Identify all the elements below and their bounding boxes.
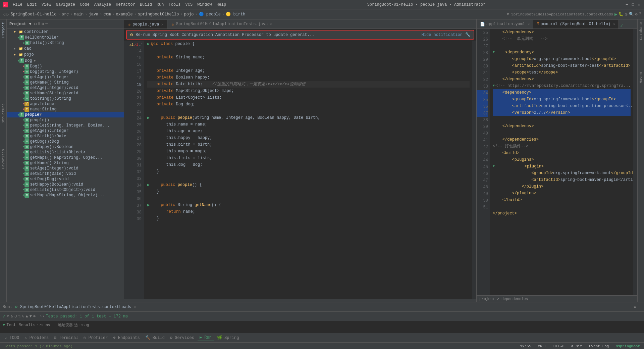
tree-people-getbirth[interactable]: ● m getBirth():Date <box>7 134 124 139</box>
tree-dog-getname[interactable]: ● m getName():String <box>7 80 124 85</box>
tree-people-ctor1[interactable]: ● m people(String, Integer, Boolea... <box>7 123 124 128</box>
horizontal-scrollbar[interactable] <box>124 299 476 302</box>
nav-search-btn[interactable]: 🔍 <box>629 12 634 17</box>
bottom-tab-todo[interactable]: ☑ TODO <box>3 335 21 341</box>
menu-tools[interactable]: Tools <box>167 2 183 8</box>
run-toolbar-down-icon[interactable]: ▼ <box>30 314 32 319</box>
breadcrumb-people[interactable]: 🔵 people <box>199 12 221 17</box>
run-gutter-icon[interactable]: ▶ <box>147 41 150 47</box>
menu-code[interactable]: Code <box>78 2 92 8</box>
tree-controller-folder[interactable]: ▼ 📁 controller <box>7 29 124 35</box>
status-tests-passed[interactable]: Tests passed: 1 (7 minutes ago) <box>3 344 74 348</box>
status-time[interactable]: 19:55 <box>519 344 532 348</box>
nav-settings-btn[interactable]: ⚙ <box>635 12 638 17</box>
tree-people-getlists[interactable]: ● m getLists():List<Object> <box>7 150 124 155</box>
sidebar-tab-structure[interactable]: Structure <box>1 102 6 124</box>
nav-help-btn[interactable]: ? <box>639 12 641 17</box>
run-toolbar-stop-icon[interactable]: ⊘ <box>7 314 9 319</box>
status-line-sep[interactable]: CRLF <box>537 344 548 348</box>
tree-hellcontroller[interactable]: ● C HellController <box>7 35 124 40</box>
run-toolbar-up-icon[interactable]: ▲ <box>26 314 28 319</box>
notif-wrench-icon[interactable]: 🔧 <box>465 32 470 37</box>
breadcrumb-main[interactable]: main <box>74 12 84 17</box>
tree-dog-class[interactable]: ● C Dog ▼ <box>7 58 124 64</box>
tree-people-setmaps[interactable]: ● m setMaps(Map<String, Object>)... <box>7 193 124 198</box>
tree-people-setage[interactable]: ● m setAge(Integer):void <box>7 166 124 171</box>
xml-fold-icon3[interactable]: ▼ <box>493 163 495 170</box>
xml-fold-icon2[interactable]: ▼ <box>493 83 495 89</box>
menu-run[interactable]: Run <box>155 2 166 8</box>
tree-dog-name-field[interactable]: ● f name:String <box>7 107 124 112</box>
sidebar-tab-favorites[interactable]: Favorites <box>1 148 6 170</box>
nav-run-btn[interactable]: ▶ <box>614 11 617 17</box>
xml-fold-icon[interactable]: ▼ <box>493 49 495 56</box>
tree-people-getname[interactable]: ● m getName():String <box>7 160 124 166</box>
nav-forward[interactable]: ▷ <box>7 12 9 17</box>
menu-help[interactable]: Help <box>214 2 228 8</box>
sidebar-close-icon[interactable]: ─ <box>45 21 48 27</box>
minimize-button[interactable]: ─ <box>625 2 629 7</box>
scrollbar-area[interactable] <box>472 41 476 299</box>
run-toolbar-zoom-icon[interactable]: ⊕ <box>33 314 36 319</box>
nav-back[interactable]: ◁ <box>3 12 5 17</box>
run-tab-label[interactable]: SpringBoot01HelloApplicationTests.contex… <box>20 305 131 309</box>
status-encoding[interactable]: UTF-8 <box>552 344 566 348</box>
tree-people-getage[interactable]: ● m getAge():Integer <box>7 128 124 134</box>
tree-dog-tostring[interactable]: ● m toString():String <box>7 96 124 101</box>
tree-dog-age-field[interactable]: ● f age:Integer <box>7 101 124 107</box>
tab-pom-xml[interactable]: M pom.xml (SpringBoot-01-hello) ✕ <box>533 20 619 29</box>
bottom-tab-spring[interactable]: 🌿 Spring <box>215 335 241 341</box>
bottom-tab-endpoints[interactable]: ⊕ Endpoints <box>111 335 142 341</box>
tree-people-class[interactable]: ● C people ▼ <box>7 112 124 117</box>
run-toolbar-rerun-icon[interactable]: ↻ <box>11 314 13 319</box>
menu-edit[interactable]: Edit <box>25 2 39 8</box>
breadcrumb-springboot01hello[interactable]: springboot01hello <box>138 12 179 17</box>
breadcrumb-com[interactable]: com <box>104 12 111 17</box>
tree-people-getmaps[interactable]: ● m getMaps():Map<String, Objec... <box>7 155 124 160</box>
sidebar-dropdown-icon[interactable]: ▼ <box>29 22 31 27</box>
xml-code-area[interactable]: </dependency> <!-- 单元测试 --> ▼ <dependenc… <box>490 29 633 295</box>
window-controls[interactable]: ─ □ ✕ <box>625 2 641 7</box>
status-git[interactable]: ⊕ Git <box>570 344 584 348</box>
sidebar-collapse-icon[interactable]: ⊟ <box>34 21 37 27</box>
yaml-tab-close[interactable]: ✕ <box>528 22 530 26</box>
breadcrumb-pojo[interactable]: pojo <box>184 12 194 17</box>
tree-dog-setage[interactable]: ● m setAge(Integer):void <box>7 85 124 91</box>
tree-people-sethappy[interactable]: ● m setHappy(Boolean):void <box>7 182 124 187</box>
run-settings-icon[interactable]: ⚙ <box>634 304 636 309</box>
tree-dog-ctor2[interactable]: ● m Dog(String, Integer) <box>7 69 124 74</box>
menu-file[interactable]: File <box>11 2 24 8</box>
status-event-log[interactable]: Event Log <box>588 344 610 348</box>
bottom-tab-services[interactable]: ⚙ Services <box>168 335 196 341</box>
run-toolbar-rerun-fail-icon[interactable]: ↺ <box>14 314 17 319</box>
tree-people-setdog[interactable]: ● m setDog(Dog):void <box>7 177 124 182</box>
breadcrumb-java[interactable]: java <box>89 12 99 17</box>
menu-window[interactable]: Window <box>195 2 214 8</box>
pom-sync-icon[interactable]: ✓ <box>619 23 624 29</box>
status-run[interactable]: OSpringBoot <box>614 344 641 348</box>
unfold-icon[interactable]: ⌃ <box>141 43 143 47</box>
maximize-button[interactable]: □ <box>631 2 635 7</box>
breadcrumb-project[interactable]: SpringBoot-01-hello <box>11 12 57 17</box>
nav-debug-btn[interactable]: 🐛 <box>619 12 624 17</box>
menu-view[interactable]: View <box>40 2 53 8</box>
tree-dog-ctor[interactable]: ● m Dog() <box>7 64 124 69</box>
run-toolbar-pass-icon[interactable]: ✓ <box>3 313 5 319</box>
menu-analyze[interactable]: Analyze <box>92 2 113 8</box>
tree-people-setlists[interactable]: ● m setLists(List<Object>):void <box>7 187 124 193</box>
breadcrumb-src[interactable]: src <box>62 12 69 17</box>
tree-people-gethappy[interactable]: ● m getHappy():Boolean <box>7 144 124 150</box>
tree-dog-setname[interactable]: ● m setName(String):void <box>7 91 124 96</box>
pom-tab-close[interactable]: ✕ <box>613 22 615 26</box>
xml-scrollbar[interactable] <box>633 29 637 295</box>
bottom-tab-run[interactable]: ▶ Run <box>198 334 214 341</box>
run-toolbar-sort2-icon[interactable]: ⇆ <box>22 314 24 319</box>
bottom-tab-build[interactable]: 🔨 Build <box>143 335 167 341</box>
breadcrumb-birth[interactable]: 🟡 birth <box>226 12 245 17</box>
close-button[interactable]: ✕ <box>637 2 641 7</box>
tree-hello-method[interactable]: ● m hello():String <box>7 40 124 46</box>
run-gutter-icon2[interactable]: ▶ <box>147 114 150 121</box>
sidebar-tab-project[interactable]: Project <box>1 21 6 39</box>
menu-navigate[interactable]: Navigate <box>54 2 77 8</box>
tree-dao-folder[interactable]: ▶ 📁 dao <box>7 46 124 52</box>
